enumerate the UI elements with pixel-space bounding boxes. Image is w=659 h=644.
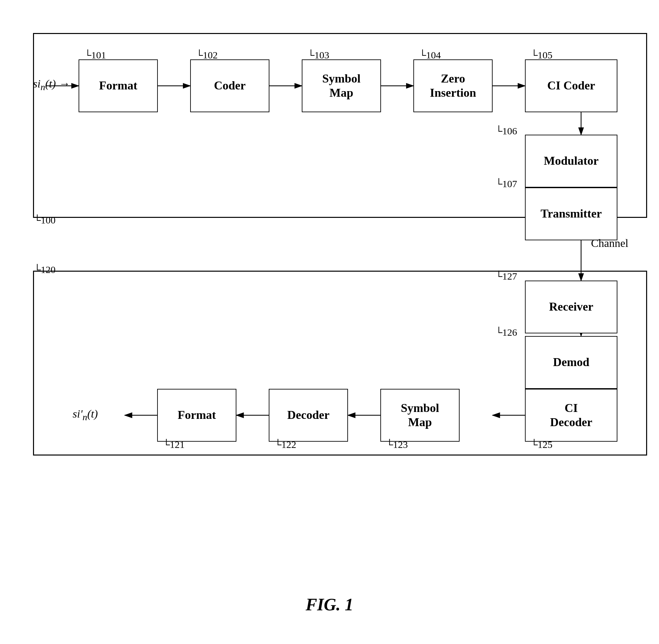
tx-block-label: └100 (34, 214, 55, 226)
channel-label: Channel (591, 237, 628, 250)
ref-101: └101 (84, 49, 106, 61)
box-123-label: SymbolMap (401, 401, 439, 430)
ref-102: └102 (196, 49, 218, 61)
ref-126: └126 (495, 327, 517, 338)
box-127: Receiver (525, 281, 617, 334)
input-signal-label: sin(t) → (33, 77, 70, 92)
diagram-container: └100 └120 sin(t) → Format └101 Coder └10… (20, 20, 639, 624)
box-123: SymbolMap (380, 389, 460, 442)
output-signal-label: si'n(t) (73, 408, 98, 422)
box-103-label: SymbolMap (322, 72, 361, 100)
box-105: CI Coder (525, 60, 617, 112)
box-104-label: ZeroInsertion (430, 72, 476, 100)
box-107: Transmitter (525, 187, 617, 240)
ref-107: └107 (495, 178, 517, 189)
ref-127: └127 (495, 271, 517, 282)
ref-123: └123 (386, 439, 408, 450)
ref-106: └106 (495, 125, 517, 137)
ref-122: └122 (274, 439, 296, 450)
ref-103: └103 (308, 49, 329, 61)
box-122: Decoder (269, 389, 348, 442)
box-102: Coder (190, 60, 269, 112)
fig-label: FIG. 1 (306, 595, 353, 614)
rx-block-label: └120 (34, 264, 55, 275)
box-106: Modulator (525, 135, 617, 187)
ref-104: └104 (419, 49, 441, 61)
box-126: Demod (525, 336, 617, 389)
box-125: CIDecoder (525, 389, 617, 442)
box-121: Format (157, 389, 236, 442)
box-101: Format (78, 60, 158, 112)
ref-121: └121 (163, 439, 185, 450)
box-104: ZeroInsertion (413, 60, 493, 112)
ref-105: └105 (530, 49, 552, 61)
box-125-label: CIDecoder (550, 401, 592, 430)
box-103: SymbolMap (302, 60, 381, 112)
ref-125: └125 (530, 439, 552, 450)
